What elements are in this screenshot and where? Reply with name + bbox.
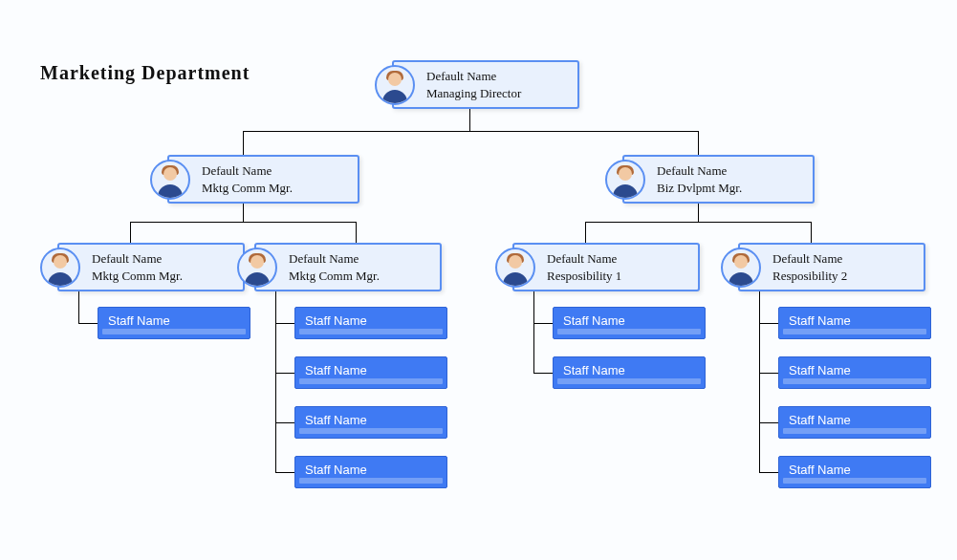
node-role: Resposibility 1 xyxy=(547,268,690,285)
node-sub-b: Default Name Mktg Comm Mgr. xyxy=(254,243,442,291)
node-sub-c: Default Name Resposibility 1 xyxy=(512,243,700,291)
node-name: Default Name xyxy=(202,162,350,180)
node-role: Managing Director xyxy=(426,85,570,102)
node-role: Mktg Comm Mgr. xyxy=(289,268,432,285)
connector xyxy=(759,285,760,472)
node-name: Default Name xyxy=(289,250,432,268)
staff-b-0: Staff Name xyxy=(294,307,447,339)
connector xyxy=(356,222,357,243)
connector xyxy=(759,373,778,374)
staff-b-2: Staff Name xyxy=(294,406,447,439)
avatar-icon xyxy=(495,248,535,288)
node-role: Mktg Comm Mgr. xyxy=(202,180,350,197)
node-name: Default Name xyxy=(426,68,570,85)
connector xyxy=(275,472,294,473)
connector xyxy=(130,222,356,223)
avatar-icon xyxy=(721,248,761,288)
staff-b-1: Staff Name xyxy=(294,356,447,389)
connector xyxy=(275,422,294,423)
node-manager-left: Default Name Mktg Comm Mgr. xyxy=(167,155,359,204)
staff-d-3: Staff Name xyxy=(778,456,931,488)
avatar-icon xyxy=(237,248,277,288)
connector xyxy=(811,222,812,243)
connector xyxy=(533,285,534,373)
avatar-icon xyxy=(150,160,190,200)
node-role: Biz Dvlpmt Mgr. xyxy=(657,180,805,197)
node-sub-d: Default Name Resposibility 2 xyxy=(738,243,925,291)
connector xyxy=(243,131,244,155)
node-manager-right: Default Name Biz Dvlpmt Mgr. xyxy=(622,155,815,204)
chart-title: Marketing Department xyxy=(40,62,250,84)
connector xyxy=(78,323,98,324)
node-sub-a: Default Name Mktg Comm Mgr. xyxy=(57,243,245,291)
staff-d-2: Staff Name xyxy=(778,406,931,439)
connector xyxy=(275,285,276,472)
connector xyxy=(533,323,553,324)
node-root: Default Name Managing Director xyxy=(392,60,579,109)
connector xyxy=(585,222,586,243)
connector xyxy=(759,422,778,423)
connector xyxy=(698,131,699,155)
node-name: Default Name xyxy=(657,162,805,180)
connector xyxy=(759,323,778,324)
avatar-icon xyxy=(40,248,80,288)
staff-c-0: Staff Name xyxy=(553,307,706,339)
node-name: Default Name xyxy=(547,250,690,268)
staff-d-0: Staff Name xyxy=(778,307,931,339)
staff-b-3: Staff Name xyxy=(294,456,447,488)
connector xyxy=(533,373,553,374)
avatar-icon xyxy=(605,160,645,200)
org-chart: { "title": "Marketing Department", "root… xyxy=(0,0,957,560)
connector xyxy=(130,222,131,243)
avatar-icon xyxy=(375,65,415,105)
node-name: Default Name xyxy=(772,250,916,268)
connector xyxy=(243,131,698,132)
node-role: Resposibility 2 xyxy=(772,268,916,285)
connector xyxy=(759,472,778,473)
staff-c-1: Staff Name xyxy=(553,356,706,389)
connector xyxy=(585,222,811,223)
staff-d-1: Staff Name xyxy=(778,356,931,389)
node-role: Mktg Comm Mgr. xyxy=(92,268,235,285)
staff-a-0: Staff Name xyxy=(98,307,250,339)
connector xyxy=(275,373,294,374)
node-name: Default Name xyxy=(92,250,235,268)
connector xyxy=(275,323,294,324)
